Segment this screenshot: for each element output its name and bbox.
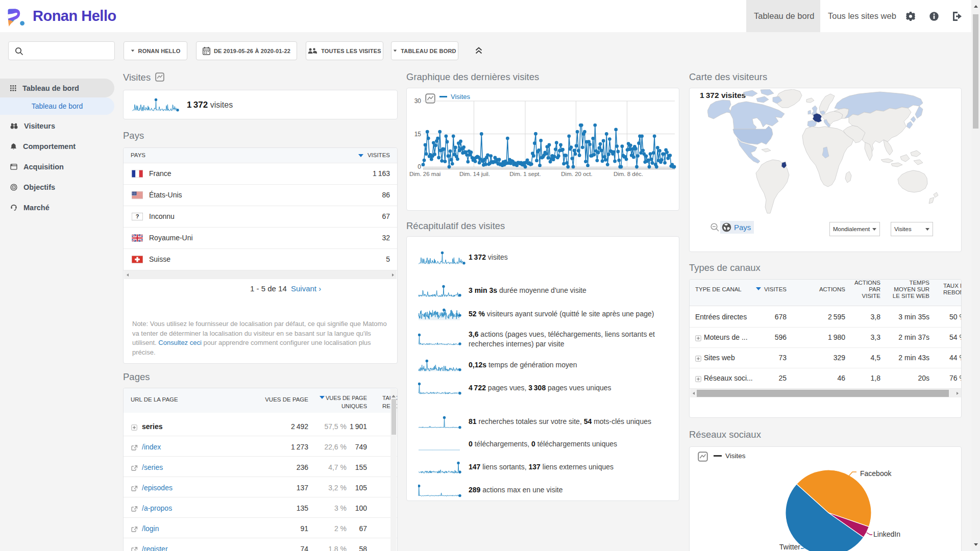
svg-text:Twitter: Twitter: [779, 543, 801, 551]
svg-text:LinkedIn: LinkedIn: [873, 530, 900, 538]
svg-text:?: ?: [136, 213, 139, 219]
svg-text:Facebook: Facebook: [860, 469, 892, 478]
